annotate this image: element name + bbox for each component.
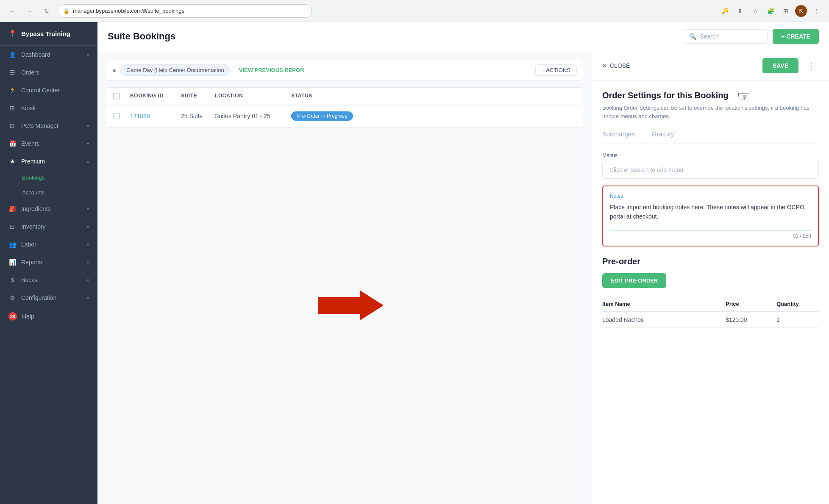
sidebar-item-pos-manager[interactable]: ⊟ POS Manager ▾ <box>0 117 97 135</box>
edit-preorder-button[interactable]: EDIT PRE-ORDER <box>602 273 666 288</box>
sidebar-item-help[interactable]: 20 Help <box>0 307 97 326</box>
status-badge: Pre-Order In Progress <box>291 111 353 121</box>
refresh-button[interactable]: ↻ <box>41 5 53 17</box>
chevron-down-icon: ▾ <box>87 278 89 282</box>
sidebar-label-events: Events <box>21 140 39 147</box>
sidebar-item-bucks-left: $ Bucks <box>8 277 37 283</box>
key-icon[interactable]: 🔑 <box>719 5 731 17</box>
sidebar-item-premium[interactable]: ★ Premium ▴ <box>0 152 97 170</box>
inventory-icon: ⊟ <box>8 223 16 230</box>
sidebar-item-inventory-left: ⊟ Inventory <box>8 223 46 230</box>
search-bar[interactable]: 🔍 Search <box>683 29 768 44</box>
notes-section: Notes Place important booking notes here… <box>602 186 819 246</box>
extension-icon[interactable]: 🧩 <box>765 5 776 17</box>
table-panel: ≡ Game Day (Help Center Documentation VI… <box>97 51 592 504</box>
sidebar-item-bucks[interactable]: $ Bucks ▾ <box>0 271 97 289</box>
filter-tag[interactable]: Game Day (Help Center Documentation <box>120 64 231 76</box>
browser-chrome: ← → ↻ 🔒 manager.bypassmobile.com/#/suite… <box>0 0 829 22</box>
kiosk-icon: ⊞ <box>8 105 16 111</box>
table-header: BOOKING ID SUITE LOCATION STATUS <box>106 88 583 105</box>
search-icon: 🔍 <box>689 33 696 40</box>
chevron-down-icon: ▾ <box>87 242 89 247</box>
sidebar-item-labor[interactable]: 👥 Labor ▾ <box>0 235 97 253</box>
top-header: Suite Bookings 🔍 Search + CREATE <box>97 22 829 51</box>
help-badge: 20 <box>8 312 17 321</box>
sidebar-item-accounts[interactable]: Accounts <box>0 185 97 200</box>
sidebar: 📍 Bypass Training 👤 Dashboard ▾ ☰ Orders… <box>0 22 97 504</box>
menu-icon[interactable]: ⋮ <box>810 5 822 17</box>
panel-header-actions: SAVE ⋮ <box>762 58 819 73</box>
notes-content[interactable]: Place important booking notes here. Thes… <box>610 202 811 222</box>
sidebar-item-control-center[interactable]: 🏃 Control Center <box>0 81 97 99</box>
chevron-down-icon: ▾ <box>87 260 89 265</box>
close-label: CLOSE <box>610 62 630 69</box>
sidebar-label-kiosk: Kiosk <box>21 105 36 111</box>
labor-icon: 👥 <box>8 241 16 248</box>
chevron-down-icon: ▾ <box>87 296 89 300</box>
tab-gratuity[interactable]: Gratuity <box>652 130 674 144</box>
events-icon: 📅 <box>8 140 16 147</box>
save-button[interactable]: SAVE <box>762 58 798 73</box>
sidebar-item-labor-left: 👥 Labor <box>8 241 36 248</box>
header-right: 🔍 Search + CREATE <box>683 29 819 44</box>
sidebar-item-reports[interactable]: 📊 Reports ▾ <box>0 253 97 271</box>
sidebar-item-inventory[interactable]: ⊟ Inventory ▾ <box>0 218 97 235</box>
settings-tabs: Surcharges Gratuity <box>602 130 819 144</box>
location-icon: 📍 <box>8 30 17 38</box>
create-button[interactable]: + CREATE <box>773 29 819 44</box>
back-button[interactable]: ← <box>7 5 19 17</box>
search-placeholder: Search <box>700 33 718 40</box>
col-status: STATUS <box>291 93 576 100</box>
chevron-down-icon: ▾ <box>87 124 89 128</box>
sidebar-item-dashboard-left: 👤 Dashboard <box>8 51 50 58</box>
item-quantity: 1 <box>776 316 819 323</box>
more-options-button[interactable]: ⋮ <box>804 59 819 72</box>
sidebar-item-ingredients[interactable]: 🎒 Ingredients ▾ <box>0 200 97 218</box>
pos-icon: ⊟ <box>8 122 16 129</box>
url-text: manager.bypassmobile.com/#/suite_booking… <box>73 8 184 14</box>
user-avatar[interactable]: K <box>795 5 807 17</box>
close-button[interactable]: ✕ CLOSE <box>602 62 630 69</box>
table-row: 141880 25 Suite Suites Pantry 01 - 25 Pr… <box>106 105 583 127</box>
view-previous-button[interactable]: VIEW PREVIOUS REPOR <box>235 65 309 75</box>
menu-search-input[interactable]: Click or search to add menu <box>602 161 819 179</box>
share-icon[interactable]: ⬆ <box>734 5 746 17</box>
browser-toolbar-icons: 🔑 ⬆ ☆ 🧩 ⊞ K ⋮ <box>719 5 822 17</box>
sidebar-item-orders[interactable]: ☰ Orders <box>0 64 97 81</box>
sidebar-item-events[interactable]: 📅 Events ▾ <box>0 135 97 152</box>
forward-button[interactable]: → <box>24 5 36 17</box>
actions-button[interactable]: + ACTIONS <box>535 64 577 76</box>
row-checkbox <box>113 113 130 119</box>
notes-label: Notes <box>610 193 811 199</box>
sidebar-item-ingredients-left: 🎒 Ingredients <box>8 205 50 212</box>
sidebar-item-kiosk-left: ⊞ Kiosk <box>8 105 36 111</box>
sidebar-item-events-left: 📅 Events <box>8 140 39 147</box>
sidebar-item-kiosk[interactable]: ⊞ Kiosk <box>0 99 97 117</box>
item-name: Loaded Nachos <box>602 316 726 323</box>
header-checkbox[interactable] <box>113 93 120 100</box>
address-bar[interactable]: 🔒 manager.bypassmobile.com/#/suite_booki… <box>58 4 312 18</box>
filter-icon[interactable]: ≡ <box>112 67 116 74</box>
orders-icon: ☰ <box>8 69 16 76</box>
create-label: + CREATE <box>781 33 810 40</box>
row-1-checkbox[interactable] <box>113 113 120 119</box>
sidebar-item-configuration[interactable]: ⚙ Configuration ▾ <box>0 289 97 307</box>
sidebar-item-config-left: ⚙ Configuration <box>8 294 56 301</box>
row-status: Pre-Order In Progress <box>291 111 576 121</box>
panel-header: ✕ CLOSE SAVE ⋮ <box>592 51 829 80</box>
bucks-icon: $ <box>8 277 16 283</box>
reports-icon: 📊 <box>8 259 16 266</box>
sidebar-label-pos: POS Manager <box>21 122 59 129</box>
sidebar-item-dashboard[interactable]: 👤 Dashboard ▾ <box>0 46 97 64</box>
booking-id-link[interactable]: 141880 <box>130 113 150 119</box>
tab-surcharges[interactable]: Surcharges <box>602 130 635 144</box>
sidebar-item-cc-left: 🏃 Control Center <box>8 87 60 94</box>
layout-icon[interactable]: ⊞ <box>780 5 792 17</box>
chevron-down-icon: ▾ <box>87 53 89 57</box>
row-booking-id[interactable]: 141880 <box>130 113 181 119</box>
sidebar-label-reports: Reports <box>21 259 42 266</box>
sidebar-item-bookings[interactable]: Bookings <box>0 170 97 185</box>
star-icon: ★ <box>8 158 16 165</box>
star-icon[interactable]: ☆ <box>749 5 761 17</box>
panel-section-title: Order Settings for this Booking <box>602 91 819 100</box>
